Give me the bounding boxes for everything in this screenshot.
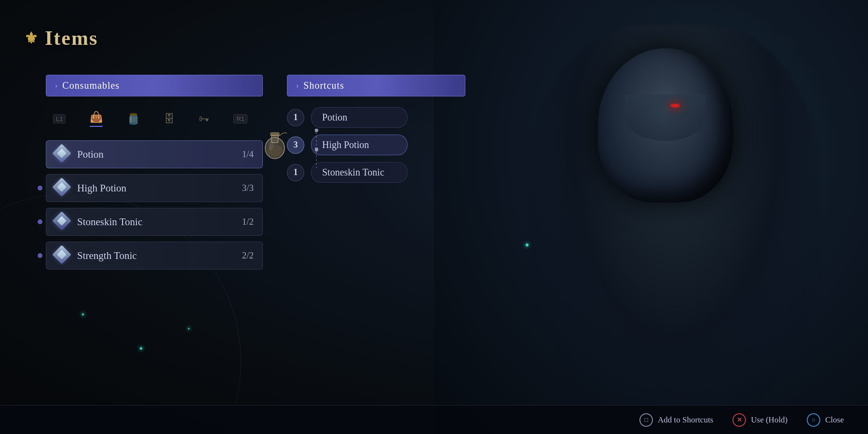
page-title: Items: [45, 27, 98, 50]
svg-point-4: [268, 144, 282, 157]
title-icon: ⚜: [24, 29, 39, 47]
action-close-label: Close: [825, 415, 844, 425]
item-dot-strength: [38, 253, 42, 258]
item-name-high-potion: High Potion: [77, 182, 235, 194]
ui-overlay: ⚜ Items › Consumables L1 👜 🫙 🗄 🗝: [0, 0, 868, 434]
tab-bag[interactable]: 👜: [85, 107, 108, 131]
item-row[interactable]: Strength Tonic 2/2: [46, 242, 263, 270]
action-use-hold-label: Use (Hold): [751, 415, 787, 425]
tab-key-icon: 🗝: [199, 113, 209, 125]
tab-r1-label: R1: [233, 114, 247, 123]
item-icon-potion: [55, 147, 70, 162]
shortcuts-area: 1 Potion 3 High Potion 1 Stoneskin Tonic: [287, 107, 489, 183]
tab-chest[interactable]: 🗄: [159, 109, 179, 129]
shortcuts-header: › Shortcuts: [287, 75, 465, 96]
tab-l1-label: L1: [53, 114, 66, 123]
tab-bag-icon: 👜: [90, 111, 103, 123]
connector-upper: [315, 129, 334, 172]
item-name-strength: Strength Tonic: [77, 250, 235, 262]
svg-point-5: [315, 129, 318, 132]
shortcuts-label: Shortcuts: [303, 80, 344, 91]
shortcuts-arrow: ›: [296, 81, 298, 90]
tab-mortar[interactable]: 🫙: [122, 109, 145, 129]
left-panel: › Consumables L1 👜 🫙 🗄 🗝 R1: [46, 75, 277, 270]
category-label: Consumables: [62, 80, 120, 91]
item-icon-high-potion: [55, 180, 70, 196]
item-count-high-potion: 3/3: [242, 183, 254, 193]
right-panel: › Shortcuts: [287, 75, 489, 190]
item-row[interactable]: Potion 1/4: [46, 140, 263, 168]
tab-l1[interactable]: L1: [48, 110, 70, 127]
item-count-potion: 1/4: [242, 149, 254, 160]
action-add-shortcuts[interactable]: □ Add to Shortcuts: [639, 413, 713, 427]
svg-rect-2: [271, 133, 279, 136]
shortcut-num-stoneskin: 1: [287, 164, 304, 181]
tab-r1[interactable]: R1: [229, 110, 252, 127]
svg-point-7: [315, 148, 318, 151]
shortcut-item-potion[interactable]: 1 Potion: [287, 107, 489, 128]
tab-mortar-icon: 🫙: [127, 113, 140, 125]
page-title-container: ⚜ Items: [24, 27, 98, 50]
item-name-stoneskin: Stoneskin Tonic: [77, 216, 235, 228]
tab-chest-icon: 🗄: [164, 113, 175, 125]
item-icon-strength: [55, 248, 70, 263]
category-arrow: ›: [55, 81, 57, 90]
potion-bottle-icon: [258, 122, 297, 162]
bottom-bar: □ Add to Shortcuts ✕ Use (Hold) ○ Close: [0, 405, 868, 434]
item-count-stoneskin: 1/2: [242, 217, 254, 227]
action-use-hold[interactable]: ✕ Use (Hold): [732, 413, 787, 427]
action-close[interactable]: ○ Close: [807, 413, 844, 427]
action-add-shortcuts-label: Add to Shortcuts: [658, 415, 713, 425]
square-button-icon: □: [639, 413, 653, 427]
x-button-icon: ✕: [732, 413, 746, 427]
item-list: Potion 1/4 High Potion 3/3 Stoneskin Ton…: [46, 140, 277, 270]
shortcut-name-potion: Potion: [311, 107, 407, 128]
item-icon-stoneskin: [55, 214, 70, 230]
item-row[interactable]: Stoneskin Tonic 1/2: [46, 208, 263, 236]
circle-button-icon: ○: [807, 413, 820, 427]
tab-bar: L1 👜 🫙 🗄 🗝 R1: [46, 107, 277, 131]
item-row[interactable]: High Potion 3/3: [46, 174, 263, 202]
item-dot-high-potion: [38, 186, 42, 190]
tab-key[interactable]: 🗝: [194, 109, 214, 129]
item-dot-stoneskin: [38, 219, 42, 224]
category-header[interactable]: › Consumables: [46, 75, 263, 96]
item-count-strength: 2/2: [242, 250, 254, 261]
item-name-potion: Potion: [77, 149, 235, 161]
